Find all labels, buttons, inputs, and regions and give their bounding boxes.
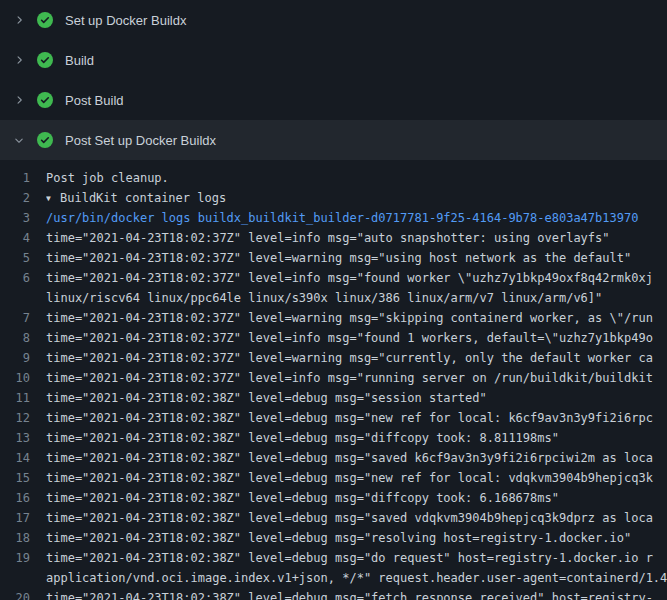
- step-label: Build: [65, 53, 94, 68]
- log-line-continuation: linux/riscv64 linux/ppc64le linux/s390x …: [0, 288, 667, 308]
- log-line-text: time="2021-04-23T18:02:37Z" level=info m…: [46, 268, 667, 288]
- log-line-number[interactable]: 9: [0, 348, 46, 368]
- step-header-build[interactable]: Build: [0, 40, 667, 80]
- log-group-caret-icon[interactable]: ▼: [46, 189, 60, 208]
- log-line: 4 time="2021-04-23T18:02:37Z" level=info…: [0, 228, 667, 248]
- step-label: Post Build: [65, 93, 124, 108]
- log-line-number[interactable]: 16: [0, 488, 46, 508]
- log-line: 9 time="2021-04-23T18:02:37Z" level=warn…: [0, 348, 667, 368]
- chevron-right-icon[interactable]: [13, 92, 27, 108]
- log-line-text: time="2021-04-23T18:02:38Z" level=debug …: [46, 408, 667, 428]
- log-line-text: time="2021-04-23T18:02:38Z" level=debug …: [46, 528, 667, 548]
- log-line-number[interactable]: 3: [0, 208, 46, 228]
- log-line-text: time="2021-04-23T18:02:37Z" level=info m…: [46, 368, 667, 388]
- success-check-circle-icon: [37, 12, 53, 28]
- log-line: 16 time="2021-04-23T18:02:38Z" level=deb…: [0, 488, 667, 508]
- log-line-text: time="2021-04-23T18:02:38Z" level=debug …: [46, 428, 667, 448]
- log-line-number[interactable]: 11: [0, 388, 46, 408]
- log-line-text: time="2021-04-23T18:02:38Z" level=debug …: [46, 488, 667, 508]
- log-line-text: /usr/bin/docker logs buildx_buildkit_bui…: [46, 208, 667, 228]
- log-line: 19 time="2021-04-23T18:02:38Z" level=deb…: [0, 548, 667, 568]
- log-line-text: application/vnd.oci.image.index.v1+json,…: [46, 568, 667, 588]
- log-line: 8 time="2021-04-23T18:02:37Z" level=info…: [0, 328, 667, 348]
- chevron-right-icon[interactable]: [13, 12, 27, 28]
- log-line-number[interactable]: 15: [0, 468, 46, 488]
- log-line: 5 time="2021-04-23T18:02:37Z" level=warn…: [0, 248, 667, 268]
- log-area: 1 Post job cleanup. 2 ▼BuildKit containe…: [0, 160, 667, 600]
- step-label: Post Set up Docker Buildx: [65, 133, 216, 148]
- log-line-text: time="2021-04-23T18:02:37Z" level=warnin…: [46, 248, 667, 268]
- chevron-down-icon[interactable]: [13, 132, 27, 148]
- log-line-number[interactable]: 19: [0, 548, 46, 568]
- step-header-post-set-up-docker-buildx[interactable]: Post Set up Docker Buildx: [0, 120, 667, 160]
- log-line-number: [0, 288, 46, 308]
- log-line-number[interactable]: 5: [0, 248, 46, 268]
- step-label: Set up Docker Buildx: [65, 13, 186, 28]
- log-line: 15 time="2021-04-23T18:02:38Z" level=deb…: [0, 468, 667, 488]
- log-line-text: time="2021-04-23T18:02:37Z" level=info m…: [46, 328, 667, 348]
- log-line-number[interactable]: 2: [0, 188, 46, 208]
- log-line-number[interactable]: 20: [0, 588, 46, 600]
- log-line: 17 time="2021-04-23T18:02:38Z" level=deb…: [0, 508, 667, 528]
- log-line-text: time="2021-04-23T18:02:38Z" level=debug …: [46, 388, 667, 408]
- log-line-text: time="2021-04-23T18:02:38Z" level=debug …: [46, 468, 667, 488]
- log-line-number[interactable]: 8: [0, 328, 46, 348]
- success-check-circle-icon: [37, 132, 53, 148]
- step-header-set-up-docker-buildx[interactable]: Set up Docker Buildx: [0, 0, 667, 40]
- log-line-text: time="2021-04-23T18:02:38Z" level=debug …: [46, 548, 667, 568]
- log-line: 20 time="2021-04-23T18:02:38Z" level=deb…: [0, 588, 667, 600]
- log-line-text: time="2021-04-23T18:02:37Z" level=warnin…: [46, 308, 667, 328]
- log-line: 14 time="2021-04-23T18:02:38Z" level=deb…: [0, 448, 667, 468]
- log-line-text: time="2021-04-23T18:02:37Z" level=warnin…: [46, 348, 667, 368]
- step-header-post-build[interactable]: Post Build: [0, 80, 667, 120]
- log-line-number[interactable]: 13: [0, 428, 46, 448]
- workflow-log-viewer: Set up Docker Buildx Build Post Buil: [0, 0, 667, 600]
- log-line-number[interactable]: 4: [0, 228, 46, 248]
- log-line: 12 time="2021-04-23T18:02:38Z" level=deb…: [0, 408, 667, 428]
- success-check-circle-icon: [37, 52, 53, 68]
- log-line: 13 time="2021-04-23T18:02:38Z" level=deb…: [0, 428, 667, 448]
- log-line-text: time="2021-04-23T18:02:38Z" level=debug …: [46, 508, 667, 528]
- log-line-number[interactable]: 14: [0, 448, 46, 468]
- log-line: 18 time="2021-04-23T18:02:38Z" level=deb…: [0, 528, 667, 548]
- log-line-text: time="2021-04-23T18:02:38Z" level=debug …: [46, 448, 667, 468]
- log-line-number[interactable]: 7: [0, 308, 46, 328]
- log-line-text: time="2021-04-23T18:02:37Z" level=info m…: [46, 228, 667, 248]
- log-line: 1 Post job cleanup.: [0, 168, 667, 188]
- log-line-number[interactable]: 18: [0, 528, 46, 548]
- log-line-number: [0, 568, 46, 588]
- log-line: 11 time="2021-04-23T18:02:38Z" level=deb…: [0, 388, 667, 408]
- log-line: 3 /usr/bin/docker logs buildx_buildkit_b…: [0, 208, 667, 228]
- success-check-circle-icon: [37, 92, 53, 108]
- job-steps: Set up Docker Buildx Build Post Buil: [0, 0, 667, 160]
- log-line-number[interactable]: 1: [0, 168, 46, 188]
- log-group-header: 2 ▼BuildKit container logs: [0, 188, 667, 208]
- log-line-text: Post job cleanup.: [46, 168, 667, 188]
- log-line-text[interactable]: ▼BuildKit container logs: [46, 188, 667, 208]
- log-line-number[interactable]: 6: [0, 268, 46, 288]
- log-line: 6 time="2021-04-23T18:02:37Z" level=info…: [0, 268, 667, 288]
- chevron-right-icon[interactable]: [13, 52, 27, 68]
- log-line: 7 time="2021-04-23T18:02:37Z" level=warn…: [0, 308, 667, 328]
- log-line-text: time="2021-04-23T18:02:38Z" level=debug …: [46, 588, 667, 600]
- log-line-text: linux/riscv64 linux/ppc64le linux/s390x …: [46, 288, 667, 308]
- log-line-continuation: application/vnd.oci.image.index.v1+json,…: [0, 568, 667, 588]
- log-line-number[interactable]: 10: [0, 368, 46, 388]
- log-line-number[interactable]: 17: [0, 508, 46, 528]
- log-line-number[interactable]: 12: [0, 408, 46, 428]
- log-line: 10 time="2021-04-23T18:02:37Z" level=inf…: [0, 368, 667, 388]
